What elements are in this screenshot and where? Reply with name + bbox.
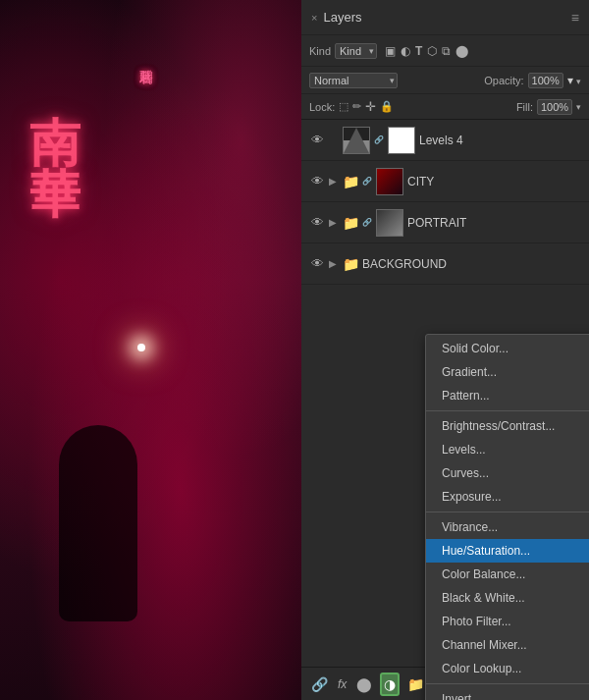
panel-header-left: × Layers xyxy=(311,10,361,25)
neon-text-chinese: 南華 xyxy=(29,118,80,220)
menu-item-solid-color[interactable]: Solid Color... xyxy=(426,337,589,360)
fx-icon[interactable]: fx xyxy=(336,675,348,693)
lock-row: Lock: ⬚ ✏ ✛ 🔒 Fill: 100% ▾ xyxy=(301,94,589,120)
lock-label: Lock: xyxy=(309,101,335,113)
layer-visibility-eye[interactable]: 👁 xyxy=(309,215,325,230)
layer-thumbnail xyxy=(376,168,403,195)
layer-visibility-eye[interactable]: 👁 xyxy=(309,133,325,147)
layer-folder-icon: 📁 xyxy=(343,215,358,231)
menu-item-levels[interactable]: Levels... xyxy=(426,438,589,461)
layer-visibility-eye[interactable]: 👁 xyxy=(309,174,325,188)
menu-item-exposure[interactable]: Exposure... xyxy=(426,485,589,509)
layer-visibility-eye[interactable]: 👁 xyxy=(309,256,325,271)
kind-icons: ▣ ◐ T ⬡ ⧉ ⬤ xyxy=(385,44,468,58)
opacity-arrow[interactable]: ▾ xyxy=(567,74,581,87)
menu-separator xyxy=(426,410,589,411)
layer-link-icon: 🔗 xyxy=(362,218,372,227)
layer-mask-thumb xyxy=(388,127,415,154)
panel-close-icon[interactable]: × xyxy=(311,12,317,24)
layer-expand-arrow[interactable]: ▶ xyxy=(329,258,339,269)
opacity-label: Opacity: xyxy=(484,75,523,86)
menu-item-gradient[interactable]: Gradient... xyxy=(426,360,589,384)
kind-select-wrap[interactable]: Kind xyxy=(335,43,377,59)
canvas-background xyxy=(0,0,301,700)
new-adjustment-icon[interactable]: ◑ xyxy=(380,673,400,696)
menu-separator xyxy=(426,683,589,684)
opacity-value[interactable]: 100% xyxy=(528,73,563,88)
neon-glow xyxy=(137,344,145,351)
menu-separator xyxy=(426,512,589,512)
panel-title: Layers xyxy=(323,10,361,25)
pixel-icon[interactable]: ▣ xyxy=(385,44,396,58)
layer-item[interactable]: 👁 ▶ 📁 🔗 CITY xyxy=(301,161,589,202)
canvas-area: 南華 勝利廷著 xyxy=(0,0,301,700)
menu-item-vibrance[interactable]: Vibrance... xyxy=(426,515,589,539)
menu-item-pattern[interactable]: Pattern... xyxy=(426,384,589,407)
type-icon[interactable]: T xyxy=(415,44,422,58)
lock-icons: ⬚ ✏ ✛ 🔒 xyxy=(339,99,394,114)
menu-item-black-white[interactable]: Black & White... xyxy=(426,586,589,610)
layer-name: BACKGROUND xyxy=(362,257,581,271)
lock-transparent-icon[interactable]: ⬚ xyxy=(339,100,348,113)
layer-expand-arrow[interactable]: ▶ xyxy=(329,217,339,228)
menu-item-invert[interactable]: Invert xyxy=(426,687,589,700)
kind-label: Kind xyxy=(309,45,331,57)
shape-icon[interactable]: ⬡ xyxy=(427,44,437,58)
menu-item-brightness-contrast[interactable]: Brightness/Contrast... xyxy=(426,414,589,438)
layer-item[interactable]: 👁 🔗 Levels 4 xyxy=(301,120,589,161)
kind-select[interactable]: Kind xyxy=(335,43,377,59)
menu-item-color-lookup[interactable]: Color Lookup... xyxy=(426,657,589,680)
fill-label: Fill: xyxy=(516,101,533,113)
menu-item-curves[interactable]: Curves... xyxy=(426,461,589,485)
layers-panel: × Layers ≡ Kind Kind ▣ ◐ T ⬡ ⧉ ⬤ Normal … xyxy=(301,0,589,700)
layer-expand-arrow[interactable]: ▶ xyxy=(329,176,339,187)
blend-select-wrap[interactable]: Normal Multiply Screen Overlay xyxy=(309,73,398,88)
menu-item-color-balance[interactable]: Color Balance... xyxy=(426,563,589,586)
circle-icon[interactable]: ⬤ xyxy=(455,44,468,58)
layer-thumbnail xyxy=(343,127,370,154)
layer-name: Levels 4 xyxy=(419,134,581,147)
lock-all-icon[interactable]: 🔒 xyxy=(380,100,394,113)
layer-item[interactable]: 👁 ▶ 📁 🔗 PORTRAIT xyxy=(301,202,589,243)
layer-thumbnail xyxy=(376,209,403,237)
smart-icon[interactable]: ⧉ xyxy=(442,44,451,58)
adjustment-icon[interactable]: ◐ xyxy=(401,44,410,58)
new-group-icon[interactable]: 📁 xyxy=(405,674,426,694)
fill-dropdown-arrow[interactable]: ▾ xyxy=(576,102,581,112)
panel-header: × Layers ≡ xyxy=(301,0,589,35)
layer-name: PORTRAIT xyxy=(407,216,581,230)
adjustment-dropdown-menu: Solid Color... Gradient... Pattern... Br… xyxy=(425,334,589,700)
layer-link-icon: 🔗 xyxy=(362,177,372,186)
link-layers-icon[interactable]: 🔗 xyxy=(309,674,330,694)
dark-figure xyxy=(59,425,137,621)
blend-row: Normal Multiply Screen Overlay Opacity: … xyxy=(301,67,589,94)
lock-paint-icon[interactable]: ✏ xyxy=(352,100,361,113)
fill-value[interactable]: 100% xyxy=(537,99,572,115)
blend-mode-select[interactable]: Normal Multiply Screen Overlay xyxy=(309,73,398,88)
layer-mask-icon[interactable]: ⬤ xyxy=(354,674,374,694)
menu-item-photo-filter[interactable]: Photo Filter... xyxy=(426,610,589,633)
menu-item-channel-mixer[interactable]: Channel Mixer... xyxy=(426,633,589,657)
layer-name: CITY xyxy=(407,175,581,188)
kind-row: Kind Kind ▣ ◐ T ⬡ ⧉ ⬤ xyxy=(301,35,589,67)
menu-item-hue-saturation[interactable]: Hue/Saturation... xyxy=(426,539,589,563)
lock-position-icon[interactable]: ✛ xyxy=(365,99,376,114)
layer-mask-link: 🔗 xyxy=(374,135,384,144)
layer-folder-icon: 📁 xyxy=(343,256,358,272)
panel-menu-icon[interactable]: ≡ xyxy=(571,10,579,26)
layer-folder-icon: 📁 xyxy=(343,174,358,189)
opacity-dropdown-arrow: ▾ xyxy=(567,74,573,87)
layer-item[interactable]: 👁 ▶ 📁 BACKGROUND xyxy=(301,243,589,285)
